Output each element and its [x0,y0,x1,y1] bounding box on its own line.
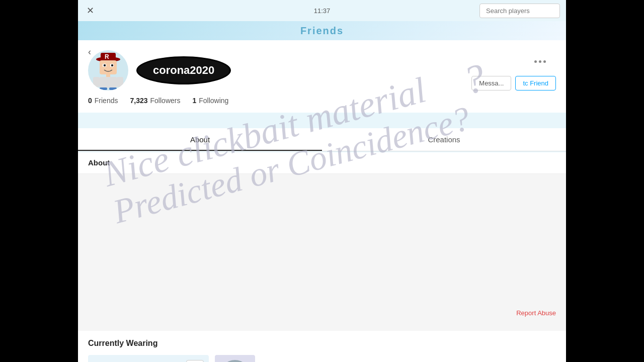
character-card[interactable]: R [88,355,209,362]
time-display: 11:37 [314,7,331,15]
wearing-title: Currently Wearing [88,339,556,348]
back-icon: ‹ [88,47,91,57]
followers-label: Followers [150,97,181,105]
main-content: ✕ 11:37 ‹ Friends R [78,0,566,362]
hat-item-image: R [219,359,252,363]
stats-row: 0 Friends 7,323 Followers 1 Following [88,97,556,105]
dot-1 [534,60,537,63]
svg-rect-3 [100,60,117,74]
close-button[interactable]: ✕ [84,5,96,17]
friends-label: Friends [95,97,118,105]
top-bar: ✕ 11:37 [78,0,566,21]
add-friend-button[interactable]: tc Friend [515,76,556,90]
svg-rect-7 [111,64,113,66]
dot-3 [543,60,546,63]
profile-header: R [88,50,556,90]
svg-point-28 [220,360,250,363]
svg-rect-11 [117,77,123,87]
action-buttons: Messa... tc Friend [471,76,556,90]
friends-title: Friends [300,25,344,37]
report-abuse-link[interactable]: Report Abuse [516,309,556,317]
svg-text:R: R [105,53,109,60]
svg-rect-6 [104,64,106,66]
svg-rect-8 [106,74,110,77]
badge-3d: 3D [186,360,204,362]
username-container: corona2020 [136,56,231,84]
username-text: corona2020 [153,64,214,76]
content-area: About Report Abuse Currently Wearing R [78,152,566,362]
friends-banner: ‹ Friends [78,21,566,40]
back-button[interactable]: ‹ [82,42,97,61]
wearing-section: Currently Wearing R [78,331,566,362]
about-title: About [88,158,110,167]
following-stat: 1 Following [192,97,228,105]
svg-rect-13 [109,87,117,90]
message-button[interactable]: Messa... [471,76,511,90]
search-input[interactable] [479,4,560,18]
followers-stat: 7,323 Followers [130,97,180,105]
tab-creations[interactable]: Creations [322,128,566,151]
svg-rect-9 [100,77,117,88]
svg-rect-12 [100,87,107,90]
about-section: About [78,152,566,174]
svg-rect-10 [93,77,100,87]
profile-section: R [78,40,566,113]
dot-2 [539,60,541,63]
right-black-bar [566,0,644,362]
more-options-button[interactable] [534,60,546,63]
username-oval: corona2020 [136,56,231,84]
left-black-bar [0,0,78,362]
character-3d: R [98,360,199,362]
followers-count: 7,323 [130,97,147,105]
following-count: 1 [192,97,196,105]
following-label: Following [199,97,228,105]
friends-stat: 0 Friends [88,97,118,105]
tab-about[interactable]: About [78,128,322,151]
friends-count: 0 [88,97,92,105]
tabs-bar: About Creations [78,128,566,151]
close-icon: ✕ [87,5,94,16]
hat-item-card[interactable]: R [215,355,255,362]
items-row: R [88,355,556,362]
